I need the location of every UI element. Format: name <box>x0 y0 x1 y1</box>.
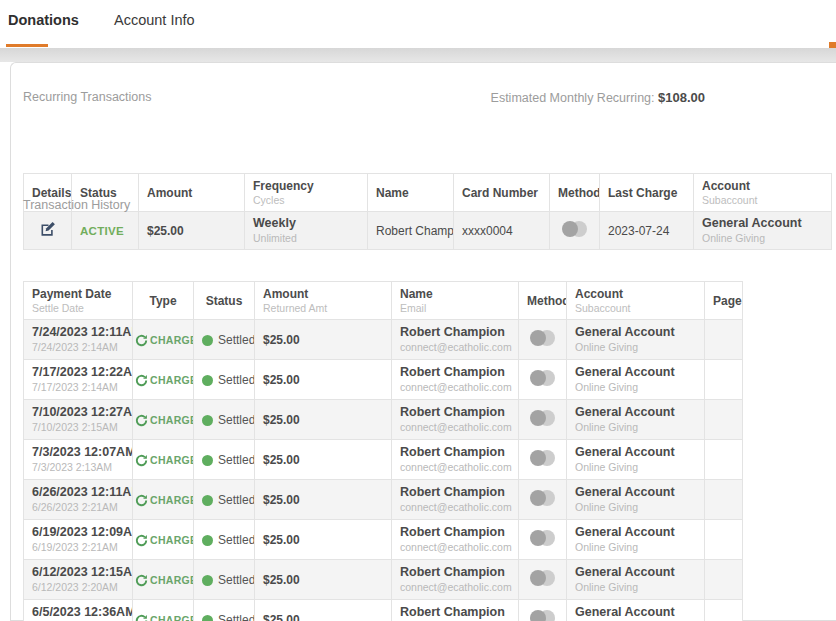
account-name: General Account <box>575 565 696 581</box>
transaction-type: CHARGE <box>135 614 194 621</box>
col-name: Name <box>368 174 454 212</box>
card-circles-icon <box>530 530 555 546</box>
transaction-row: 7/3/2023 12:07AM7/3/2023 2:13AMCHARGESet… <box>24 440 743 480</box>
transaction-type: CHARGE <box>135 454 194 466</box>
subaccount-name: Online Giving <box>575 461 696 474</box>
donor-email: connect@ecatholic.com <box>400 501 510 514</box>
settled-dot-icon <box>202 575 213 586</box>
settled-dot-icon <box>202 535 213 546</box>
card-circles-icon <box>530 370 555 386</box>
col-status: Status <box>194 282 255 320</box>
settled-dot-icon <box>202 335 213 346</box>
transaction-history-title: Transaction History <box>23 198 130 212</box>
header-divider-strip <box>0 48 836 62</box>
transaction-amount: $25.00 <box>263 373 300 387</box>
edit-details-button[interactable] <box>40 221 56 237</box>
col-account: AccountSubaccount <box>567 282 705 320</box>
col-account: AccountSubaccount <box>694 174 832 212</box>
subaccount-name: Online Giving <box>575 421 696 434</box>
col-amount: AmountReturned Amt <box>255 282 392 320</box>
recurring-charge-icon <box>135 534 148 547</box>
subaccount-name: Online Giving <box>575 341 696 354</box>
account-name: General Account <box>575 405 696 421</box>
col-method: Method <box>519 282 567 320</box>
recurring-amount: $25.00 <box>147 224 184 238</box>
payment-date: 7/24/2023 12:11AM <box>32 325 124 341</box>
payment-date: 6/12/2023 12:15AM <box>32 565 124 581</box>
card-circles-icon <box>530 610 555 621</box>
donor-email: connect@ecatholic.com <box>400 461 510 474</box>
transaction-type: CHARGE <box>135 534 194 546</box>
transaction-status: Settled <box>218 573 255 587</box>
tab-account-info[interactable]: Account Info <box>114 12 195 28</box>
transaction-amount: $25.00 <box>263 413 300 427</box>
donor-name: Robert Champion <box>400 565 510 581</box>
col-frequency: FrequencyCycles <box>245 174 368 212</box>
col-payment-date: Payment DateSettle Date <box>24 282 133 320</box>
card-circles-icon <box>530 410 555 426</box>
recurring-header-row: Details Status Amount FrequencyCycles Na… <box>24 174 832 212</box>
col-frequency-sub: Cycles <box>253 194 359 206</box>
settle-date: 7/24/2023 2:14AM <box>32 341 124 354</box>
transaction-row: 7/17/2023 12:22AM7/17/2023 2:14AMCHARGES… <box>24 360 743 400</box>
transaction-status: Settled <box>218 533 255 547</box>
edit-pencil-icon <box>40 221 56 237</box>
settled-dot-icon <box>202 615 213 621</box>
card-circles-icon <box>530 570 555 586</box>
recurring-subaccount: Online Giving <box>702 232 823 245</box>
donor-name: Robert Champion <box>400 365 510 381</box>
col-last-charge: Last Charge <box>600 174 694 212</box>
recurring-transactions-title: Recurring Transactions <box>23 90 152 104</box>
recurring-charge-icon <box>135 574 148 587</box>
payment-date: 7/10/2023 12:27AM <box>32 405 124 421</box>
card-circles-icon <box>530 330 555 346</box>
account-name: General Account <box>575 365 696 381</box>
payment-date: 6/19/2023 12:09AM <box>32 525 124 541</box>
tab-donations[interactable]: Donations <box>8 12 79 28</box>
recurring-charge-icon <box>135 614 148 621</box>
recurring-status: ACTIVE <box>80 225 124 237</box>
transaction-row: 7/24/2023 12:11AM7/24/2023 2:14AMCHARGES… <box>24 320 743 360</box>
transaction-row: 6/19/2023 12:09AM6/19/2023 2:21AMCHARGES… <box>24 520 743 560</box>
recurring-frequency: Weekly <box>253 216 359 232</box>
transaction-amount: $25.00 <box>263 533 300 547</box>
transaction-amount: $25.00 <box>263 333 300 347</box>
payment-date: 6/5/2023 12:36AM <box>32 605 124 621</box>
transaction-type: CHARGE <box>135 574 194 586</box>
recurring-row: ACTIVE $25.00 Weekly Unlimited Robert Ch… <box>24 212 832 250</box>
transaction-row: 6/12/2023 12:15AM6/12/2023 2:20AMCHARGES… <box>24 560 743 600</box>
estimated-label: Estimated Monthly Recurring: <box>491 91 658 105</box>
account-name: General Account <box>575 325 696 341</box>
settle-date: 6/26/2023 2:21AM <box>32 501 124 514</box>
transaction-status: Settled <box>218 453 255 467</box>
transaction-type: CHARGE <box>135 334 194 346</box>
transaction-status: Settled <box>218 333 255 347</box>
recurring-account: General Account <box>702 216 823 232</box>
card-circles-icon <box>530 490 555 506</box>
transaction-amount: $25.00 <box>263 613 300 621</box>
col-type: Type <box>133 282 194 320</box>
col-method: Method <box>550 174 600 212</box>
subaccount-name: Online Giving <box>575 541 696 554</box>
account-name: General Account <box>575 485 696 501</box>
transaction-row: 6/26/2023 12:11AM6/26/2023 2:21AMCHARGES… <box>24 480 743 520</box>
transaction-amount: $25.00 <box>263 493 300 507</box>
donor-email: connect@ecatholic.com <box>400 541 510 554</box>
payment-date: 7/3/2023 12:07AM <box>32 445 124 461</box>
recurring-cycles: Unlimited <box>253 232 359 245</box>
recurring-last-charge: 2023-07-24 <box>608 224 669 238</box>
settle-date: 6/19/2023 2:21AM <box>32 541 124 554</box>
donor-name: Robert Champion <box>400 405 510 421</box>
transaction-status: Settled <box>218 493 255 507</box>
transaction-status: Settled <box>218 373 255 387</box>
donor-email: connect@ecatholic.com <box>400 581 510 594</box>
donor-name: Robert Champion <box>400 525 510 541</box>
estimated-monthly-recurring: Estimated Monthly Recurring: $108.00 <box>491 90 705 105</box>
recurring-charge-icon <box>135 414 148 427</box>
active-tab-underline <box>6 44 48 47</box>
settled-dot-icon <box>202 375 213 386</box>
subaccount-name: Online Giving <box>575 381 696 394</box>
settled-dot-icon <box>202 495 213 506</box>
recurring-charge-icon <box>135 374 148 387</box>
recurring-charge-icon <box>135 334 148 347</box>
